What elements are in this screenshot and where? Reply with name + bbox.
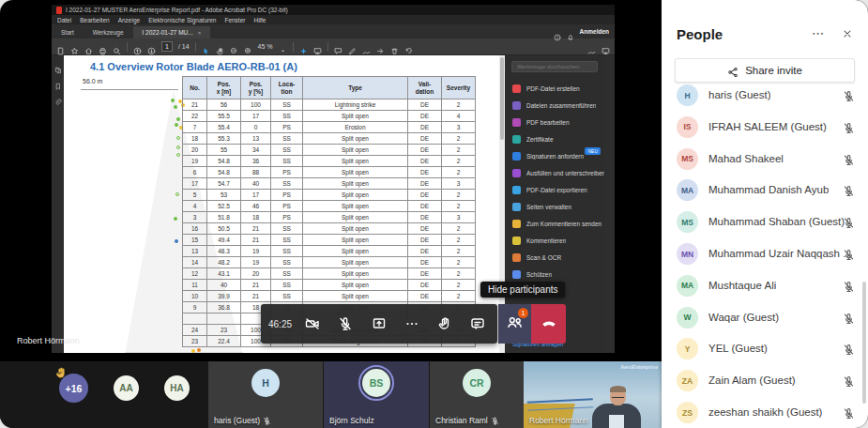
mic-off-icon[interactable] [843, 343, 855, 355]
mic-off-icon[interactable] [843, 216, 855, 228]
participant-name: Muhammad Shaban (Guest) [708, 216, 845, 227]
pencil-icon[interactable] [348, 42, 357, 51]
video-tile-bjorn[interactable]: BS Björn Schulz [324, 361, 429, 428]
tool-zertifikate[interactable]: Zertifikate [505, 130, 604, 147]
more-button[interactable] [400, 312, 424, 336]
mic-off-button[interactable] [333, 312, 358, 336]
bell-icon[interactable] [567, 28, 574, 36]
video-tile-christian[interactable]: CR Christian Raml [430, 361, 524, 428]
participant-row[interactable]: ZS zeeshan shaikh (Guest) [662, 398, 868, 428]
pages-icon[interactable] [54, 61, 62, 69]
tool-pdf-datei-erstellen[interactable]: PDF-Datei erstellen [505, 80, 604, 97]
mic-off-icon[interactable] [843, 184, 855, 196]
show-participants-button[interactable]: 1 [498, 304, 531, 344]
mic-off-icon[interactable] [843, 406, 855, 419]
panel-scrollbar-thumb[interactable] [862, 282, 866, 404]
share-screen-button[interactable] [367, 312, 391, 336]
mic-off-icon[interactable] [843, 89, 855, 101]
tool-pdf-datei-exportieren[interactable]: PDF-Datei exportieren [505, 181, 604, 198]
hand-tool-icon[interactable] [216, 42, 224, 51]
person-shirt [609, 415, 624, 428]
sign-in-button[interactable]: Anmelden [580, 28, 609, 35]
mic-off-icon[interactable] [843, 312, 855, 324]
ai-icon[interactable] [299, 42, 308, 51]
fill-sign-icon[interactable] [362, 42, 371, 51]
mic-off-icon[interactable] [843, 121, 855, 133]
tool-schützen[interactable]: Schützen [505, 266, 604, 283]
tools-search-input[interactable] [511, 61, 598, 72]
participant-row[interactable]: ZA Zain Alam (Guest) [662, 366, 868, 396]
close-panel-icon[interactable] [842, 26, 853, 38]
search-icon[interactable] [113, 42, 121, 51]
tab-werkzeuge[interactable]: Werkzeuge [84, 26, 133, 38]
participant-row[interactable]: IS IFRAH SALEEM (Guest) [662, 113, 868, 143]
mic-off-icon[interactable] [843, 248, 855, 260]
participant-row[interactable]: MS Muhammad Shaban (Guest) [662, 207, 868, 237]
document-scrollbar-thumb[interactable] [500, 57, 504, 140]
page-next-icon[interactable] [147, 42, 156, 51]
file-icon[interactable] [56, 42, 65, 51]
participant-row[interactable]: MA Muhammad Danish Ayub [662, 176, 868, 206]
tool-zum-kommentieren-senden[interactable]: Zum Kommentieren senden [505, 215, 604, 232]
mic-off-icon[interactable] [843, 374, 855, 387]
menu-fenster[interactable]: Fenster [224, 17, 245, 23]
zoom-in-icon[interactable] [244, 42, 252, 51]
avatar: H [251, 369, 280, 397]
mic-off-icon[interactable] [843, 153, 855, 165]
tool-dateien-zusammenführen[interactable]: Dateien zusammenführen [505, 97, 604, 114]
menu-anzeige[interactable]: Anzeige [118, 17, 141, 23]
chat-button[interactable] [465, 312, 490, 336]
tab-start[interactable]: Start [52, 26, 84, 38]
zoom-level[interactable]: 45 % [258, 43, 273, 50]
participant-avatar-ha[interactable]: HA [164, 375, 190, 401]
comment-icon[interactable] [334, 42, 343, 51]
tab-close-icon[interactable]: × [198, 30, 202, 36]
trash-icon[interactable] [390, 42, 399, 51]
participant-row[interactable]: Y YEL (Guest) [662, 334, 868, 364]
people-panel-title: People [677, 26, 723, 42]
tool-kommentieren[interactable]: Kommentieren [505, 232, 604, 249]
participant-row[interactable]: H haris (Guest) [662, 81, 868, 111]
tool-seiten-verwalten[interactable]: Seiten verwalten [505, 198, 604, 215]
participant-row[interactable]: MA Mushtaque Ali [662, 271, 868, 301]
pointer-icon[interactable] [202, 42, 210, 51]
tab-document[interactable]: I 2022-01-27 MU... × [133, 26, 211, 38]
raise-hand-button[interactable] [433, 312, 457, 336]
hang-up-button[interactable] [531, 304, 566, 344]
more-options-icon[interactable]: ⋯ [812, 26, 825, 40]
tool-pdf-bearbeiten[interactable]: PDF bearbeiten [505, 114, 604, 130]
info-icon[interactable] [554, 28, 561, 36]
participant-avatar-aa[interactable]: AA [114, 375, 139, 401]
bookmark-icon[interactable] [54, 77, 62, 84]
page-prev-icon[interactable] [133, 42, 142, 51]
camera-off-button[interactable] [300, 312, 325, 336]
page-number-input[interactable]: 1 [161, 41, 173, 52]
zoom-out-icon[interactable] [230, 42, 238, 51]
monitor-icon[interactable] [313, 42, 322, 51]
video-tile-haris[interactable]: H haris (Guest) [208, 361, 323, 428]
overflow-participants-avatar[interactable]: +16 [59, 374, 88, 403]
print-icon[interactable] [99, 42, 107, 51]
menu-elektronische-signaturen[interactable]: Elektronische Signaturen [148, 17, 216, 23]
tool-ausfüllen-und-unterschreiben[interactable]: Ausfüllen und unterschreiben [505, 164, 604, 181]
clip-icon[interactable] [54, 93, 62, 100]
star-icon[interactable] [70, 42, 79, 51]
tool-scan-ocr[interactable]: Scan & OCR [505, 249, 604, 266]
table-row: 1754.740SSSplit openDE3 [183, 178, 476, 190]
undo-icon[interactable] [404, 42, 413, 51]
caret-down-icon[interactable] [279, 42, 287, 51]
video-tile-robert[interactable]: AeroEnterprise Robert Hörmann [524, 361, 662, 428]
mic-off-icon[interactable] [843, 280, 855, 292]
fill-sign-icon[interactable] [587, 42, 596, 51]
menu-datei[interactable]: Datei [57, 17, 71, 23]
home-icon[interactable] [84, 42, 93, 51]
participant-row[interactable]: W Waqar (Guest) [662, 303, 868, 333]
participant-row[interactable]: MN Muhammad Uzair Naqqash ... [662, 239, 868, 269]
menu-bearbeiten[interactable]: Bearbeiten [80, 17, 109, 23]
participant-row[interactable]: MS Mahad Shakeel [662, 145, 868, 175]
send-doc-icon[interactable] [376, 42, 385, 51]
table-row: 1855.313SSSplit openDE2 [183, 133, 476, 145]
monitor-icon[interactable] [602, 42, 610, 51]
menu-hilfe[interactable]: Hilfe [253, 17, 266, 23]
tool-signaturen-anfordern[interactable]: Signaturen anfordern NEU [505, 147, 604, 164]
